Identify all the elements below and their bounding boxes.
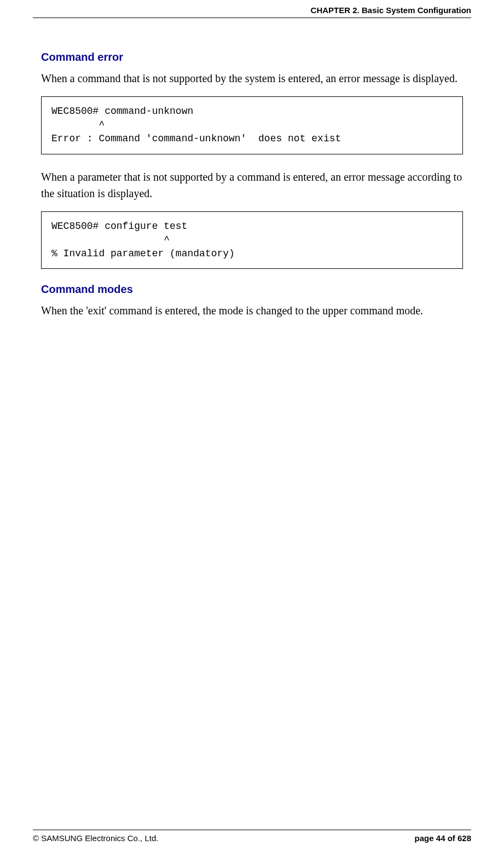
body-text: When a parameter that is not supported b…: [41, 169, 463, 202]
section-heading-command-modes: Command modes: [41, 283, 463, 296]
page-container: CHAPTER 2. Basic System Configuration Co…: [0, 0, 504, 857]
page-content: Command error When a command that is not…: [0, 18, 504, 319]
section-heading-command-error: Command error: [41, 51, 463, 64]
page-footer: © SAMSUNG Electronics Co., Ltd. page 44 …: [0, 830, 504, 843]
footer-row: © SAMSUNG Electronics Co., Ltd. page 44 …: [33, 833, 471, 843]
code-block-param: WEC8500# configure test ^ % Invalid para…: [41, 211, 463, 269]
code-block-error: WEC8500# command-unknown ^ Error : Comma…: [41, 96, 463, 154]
copyright-text: © SAMSUNG Electronics Co., Ltd.: [33, 833, 158, 843]
body-text: When a command that is not supported by …: [41, 70, 463, 87]
body-text: When the 'exit' command is entered, the …: [41, 302, 463, 319]
chapter-title: CHAPTER 2. Basic System Configuration: [311, 5, 471, 15]
page-number: page 44 of 628: [415, 833, 471, 843]
footer-divider: [33, 830, 471, 830]
page-header: CHAPTER 2. Basic System Configuration: [0, 0, 504, 18]
